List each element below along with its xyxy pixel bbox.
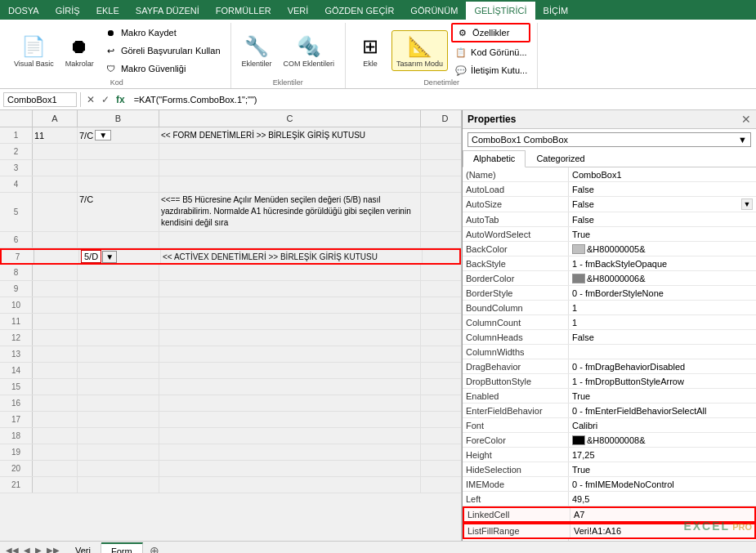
cell-d17[interactable]	[421, 412, 461, 427]
prop-value-listrows[interactable]: 8	[569, 539, 756, 541]
iletisim-button[interactable]: 💬 İletişim Kutu...	[451, 62, 530, 78]
cell-a17[interactable]	[33, 412, 78, 427]
cell-c2[interactable]	[159, 144, 421, 159]
cell-d2[interactable]	[421, 144, 461, 159]
cell-a9[interactable]	[33, 281, 78, 297]
prop-value-hideselection[interactable]: True	[569, 462, 756, 476]
sheet-prev-btn[interactable]: ◀	[21, 546, 33, 553]
cell-b14[interactable]	[78, 363, 159, 378]
cell-d6[interactable]	[421, 232, 461, 248]
cell-a3[interactable]	[33, 160, 78, 176]
cell-c16[interactable]	[159, 395, 421, 411]
cell-c17[interactable]	[159, 412, 421, 427]
cell-d10[interactable]	[421, 297, 461, 313]
cell-a20[interactable]	[33, 461, 78, 476]
cell-b19[interactable]	[78, 444, 159, 460]
cell-d15[interactable]	[421, 379, 461, 395]
cell-b1[interactable]: 7/C ▼	[78, 127, 159, 143]
cell-c9[interactable]	[159, 281, 421, 297]
cell-d9[interactable]	[421, 281, 461, 297]
eklentiler-button[interactable]: 🔧 Eklentiler	[238, 31, 276, 70]
cell-d14[interactable]	[421, 363, 461, 378]
prop-value-backstyle[interactable]: 1 - fmBackStyleOpaque	[569, 256, 756, 270]
formula-input[interactable]	[131, 94, 753, 105]
cell-c3[interactable]	[159, 160, 421, 176]
properties-close-button[interactable]: ✕	[741, 113, 751, 126]
cell-b9[interactable]	[78, 281, 159, 297]
prop-value-bordercolor[interactable]: &H80000006&	[569, 271, 756, 285]
prop-value-enterfieldbehavior[interactable]: 0 - fmEnterFieldBehaviorSelectAll	[569, 404, 756, 417]
tab-dosya[interactable]: DOSYA	[0, 2, 47, 20]
cell-c13[interactable]	[159, 346, 421, 362]
prop-value-backcolor[interactable]: &H80000005&	[569, 242, 756, 256]
cell-c11[interactable]	[159, 314, 421, 329]
tab-ekle[interactable]: EKLE	[88, 2, 127, 20]
cell-a6[interactable]	[33, 232, 78, 248]
cell-d5[interactable]	[421, 193, 461, 231]
sheet-tab-veri[interactable]: Veri	[65, 543, 101, 554]
cell-a18[interactable]	[33, 428, 78, 444]
tab-gozden-gecir[interactable]: GÖZDEN GEÇİR	[316, 2, 402, 20]
prop-value-forecolor[interactable]: &H80000008&	[569, 433, 756, 447]
cell-c20[interactable]	[159, 461, 421, 476]
prop-value-height[interactable]: 17,25	[569, 448, 756, 462]
cell-a10[interactable]	[33, 297, 78, 313]
visual-basic-button[interactable]: 📄 Visual Basic	[10, 31, 58, 70]
cell-c15[interactable]	[159, 379, 421, 395]
com-eklentileri-button[interactable]: 🔩 COM Eklentileri	[280, 31, 339, 70]
add-sheet-button[interactable]: ⊕	[143, 542, 166, 554]
cell-a21[interactable]	[33, 477, 78, 493]
name-box[interactable]	[3, 92, 77, 107]
cell-d7[interactable]	[423, 250, 461, 263]
cell-a16[interactable]	[33, 395, 78, 411]
cell-b7[interactable]: 5/D ▼	[79, 250, 161, 263]
cell-c7[interactable]: << ACTİVEX DENETİMLERİ >> BİRLEŞİK GİRİŞ…	[161, 250, 423, 263]
cell-c21[interactable]	[159, 477, 421, 493]
prop-value-columncount[interactable]: 1	[569, 315, 756, 329]
cell-c8[interactable]	[159, 265, 421, 280]
cell-c18[interactable]	[159, 428, 421, 444]
cell-d16[interactable]	[421, 395, 461, 411]
cell-b3[interactable]	[78, 160, 159, 176]
cell-a12[interactable]	[33, 330, 78, 346]
ozellikler-button[interactable]: ⚙ Özellikler	[451, 23, 530, 42]
tab-formuller[interactable]: FORMÜLLER	[208, 2, 280, 20]
insert-function-button[interactable]: fx	[114, 93, 127, 106]
cell-d21[interactable]	[421, 477, 461, 493]
cell-a14[interactable]	[33, 363, 78, 378]
cell-d4[interactable]	[421, 176, 461, 192]
tab-veri[interactable]: VERİ	[280, 2, 317, 20]
tasarim-modu-button[interactable]: 📐 Tasarım Modu	[391, 30, 448, 71]
prop-value-borderstyle[interactable]: 0 - fmBorderStyleNone	[569, 286, 756, 300]
cell-b21[interactable]	[78, 477, 159, 493]
cell-a19[interactable]	[33, 444, 78, 460]
cell-d11[interactable]	[421, 314, 461, 329]
cell-b2[interactable]	[78, 144, 159, 159]
tab-giris[interactable]: GİRİŞ	[47, 2, 88, 20]
cell-a4[interactable]	[33, 176, 78, 192]
cell-b15[interactable]	[78, 379, 159, 395]
form-combo-b1[interactable]: ▼	[95, 130, 111, 140]
prop-value-name[interactable]: ComboBox1	[569, 167, 756, 181]
cell-c10[interactable]	[159, 297, 421, 313]
properties-object-selector[interactable]: ComboBox1 ComboBox ▼	[467, 132, 751, 147]
tab-alphabetic[interactable]: Alphabetic	[463, 150, 526, 167]
prop-value-autosize[interactable]: False ▼	[569, 197, 756, 212]
cell-b11[interactable]	[78, 314, 159, 329]
cell-b13[interactable]	[78, 346, 159, 362]
sheet-tab-form[interactable]: Form	[101, 542, 143, 554]
cell-a8[interactable]	[33, 265, 78, 280]
cell-d1[interactable]	[421, 127, 461, 143]
cell-a13[interactable]	[33, 346, 78, 362]
cell-d18[interactable]	[421, 428, 461, 444]
makro-guvenligi-button[interactable]: 🛡 Makro Güvenliği	[101, 60, 224, 77]
cell-c4[interactable]	[159, 176, 421, 192]
cell-d19[interactable]	[421, 444, 461, 460]
tab-gelistirici[interactable]: GELİŞTİRİCİ	[466, 2, 535, 20]
prop-value-columnwidths[interactable]	[569, 345, 756, 359]
tab-bicim[interactable]: BİÇİM	[535, 2, 577, 20]
sheet-last-btn[interactable]: ▶▶	[44, 546, 62, 553]
cell-d13[interactable]	[421, 346, 461, 362]
cell-a7[interactable]	[34, 250, 79, 263]
prop-value-imemode[interactable]: 0 - fmIMEModeNoControl	[569, 477, 756, 491]
